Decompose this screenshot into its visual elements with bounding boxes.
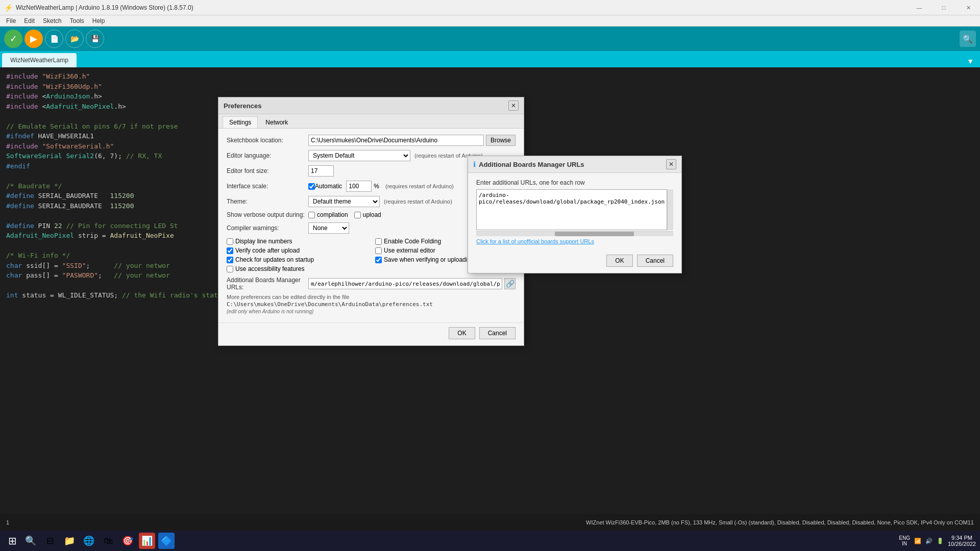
browse-button[interactable]: Browse — [486, 135, 516, 146]
boards-manager-dialog: ℹ Additional Boards Manager URLs ✕ Enter… — [468, 156, 682, 273]
boards-textarea-container: /arduino-pico/releases/download/global/p… — [476, 189, 673, 230]
sketchbook-label: Sketchbook location: — [227, 137, 308, 144]
verify-code-checkbox[interactable] — [227, 247, 233, 254]
scale-percent: % — [374, 183, 379, 190]
boards-instructions: Enter additional URLs, one for each row — [476, 179, 673, 186]
prefs-file-path: C:\Users\mukes\OneDrive\Documents\Arduin… — [227, 301, 516, 308]
prefs-note: (edit only when Arduino is not running) — [227, 309, 516, 314]
check-updates-checkbox[interactable] — [227, 257, 233, 263]
preferences-close-button[interactable]: ✕ — [508, 101, 519, 111]
compilation-checkbox[interactable] — [308, 212, 315, 218]
interface-scale-label: Interface scale: — [227, 183, 308, 190]
accessibility-row: Use accessibility features — [227, 265, 367, 272]
compilation-check-label: compilation — [308, 211, 348, 218]
boards-title-area: ℹ Additional Boards Manager URLs — [473, 160, 584, 168]
boards-close-button[interactable]: ✕ — [666, 159, 676, 169]
check-updates-row: Check for updates on startup — [227, 256, 367, 263]
preferences-title-bar: Preferences ✕ — [218, 97, 524, 114]
accessibility-checkbox[interactable] — [227, 266, 233, 272]
tab-settings[interactable]: Settings — [223, 116, 258, 128]
preferences-footer: OK Cancel — [218, 322, 524, 345]
verbose-checks: compilation upload — [308, 211, 381, 218]
boards-footer: OK Cancel — [468, 251, 681, 273]
scale-value-input[interactable] — [346, 181, 372, 192]
compiler-warnings-label: Compiler warnings: — [227, 224, 308, 232]
boards-textarea[interactable]: /arduino-pico/releases/download/global/p… — [476, 189, 667, 230]
enable-code-folding-checkbox[interactable] — [375, 238, 382, 245]
editor-font-size-label: Editor font size: — [227, 167, 308, 174]
theme-label: Theme: — [227, 198, 308, 205]
boards-hscrollbar[interactable] — [476, 231, 673, 236]
display-line-numbers-checkbox[interactable] — [227, 238, 233, 245]
tab-network[interactable]: Network — [259, 116, 295, 128]
use-external-editor-checkbox[interactable] — [375, 247, 382, 254]
boards-ok-button[interactable]: OK — [606, 255, 632, 267]
verify-code-row: Verify code after upload — [227, 247, 367, 254]
dialog-overlay: Preferences ✕ Settings Network Sketchboo… — [0, 0, 980, 551]
compiler-warnings-select[interactable]: None — [308, 222, 349, 234]
additional-urls-input[interactable] — [308, 278, 502, 289]
sketchbook-row: Sketchbook location: Browse — [227, 135, 516, 146]
boards-cancel-button[interactable]: Cancel — [637, 255, 673, 267]
preferences-ok-button[interactable]: OK — [449, 327, 475, 339]
additional-urls-label: Additional Boards Manager URLs: — [227, 277, 308, 291]
interface-scale-note: (requires restart of Arduino) — [385, 183, 454, 189]
theme-note: (requires restart of Arduino) — [384, 198, 452, 205]
verbose-label: Show verbose output during: — [227, 211, 308, 218]
preferences-tabs: Settings Network — [218, 114, 524, 129]
auto-scale-label: Automatic — [315, 183, 342, 190]
boards-unofficial-link[interactable]: Click for a list of unofficial boards su… — [476, 238, 673, 244]
editor-font-size-input[interactable] — [308, 165, 334, 177]
display-line-numbers-row: Display line numbers — [227, 238, 367, 245]
upload-check-label: upload — [354, 211, 381, 218]
upload-checkbox[interactable] — [354, 212, 361, 218]
auto-scale-checkbox[interactable] — [308, 183, 315, 190]
boards-body: Enter additional URLs, one for each row … — [468, 173, 681, 251]
preferences-title: Preferences — [224, 102, 261, 110]
preferences-cancel-button[interactable]: Cancel — [479, 327, 516, 339]
additional-urls-row: Additional Boards Manager URLs: 🔗 — [227, 277, 516, 291]
boards-title-bar: ℹ Additional Boards Manager URLs ✕ — [468, 156, 681, 173]
editor-language-label: Editor language: — [227, 152, 308, 159]
editor-language-select[interactable]: System Default — [308, 150, 410, 161]
sketchbook-input[interactable] — [308, 135, 484, 146]
boards-scrollbar[interactable] — [667, 189, 673, 230]
additional-urls-open-button[interactable]: 🔗 — [504, 278, 516, 289]
theme-select[interactable]: Default theme — [308, 196, 380, 207]
boards-hscrollbar-thumb — [555, 232, 633, 236]
boards-info-icon: ℹ — [473, 160, 476, 168]
more-prefs-text: More preferences can be edited directly … — [227, 294, 516, 300]
boards-dialog-title: Additional Boards Manager URLs — [479, 161, 584, 168]
save-verify-checkbox[interactable] — [375, 257, 382, 263]
